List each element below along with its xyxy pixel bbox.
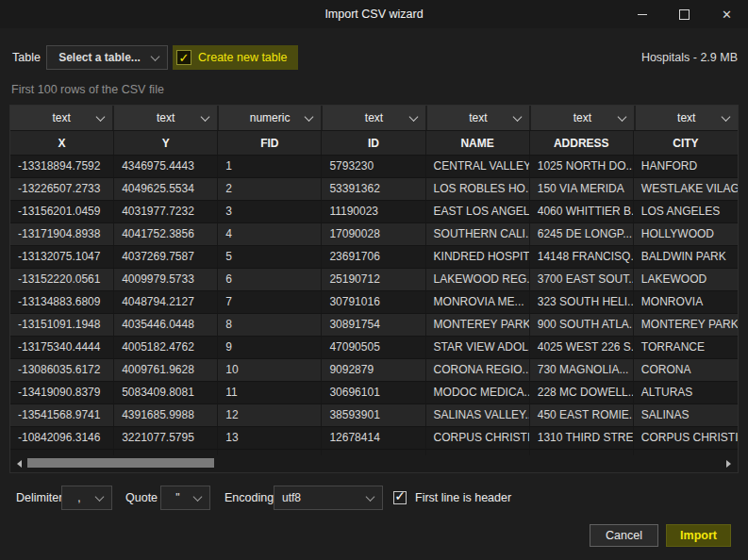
preview-caption: First 100 rows of the CSV file [11, 83, 164, 96]
create-new-table-option[interactable]: ✓ Create new table [173, 45, 298, 70]
column-type-select[interactable]: text [531, 106, 633, 130]
table-cell: 4037269.7587 [114, 246, 218, 269]
minimize-button[interactable] [621, 0, 663, 28]
table-cell: 4391685.9988 [114, 404, 218, 427]
chevron-down-icon [193, 492, 203, 502]
table-cell: 9092879 [322, 359, 425, 382]
chevron-down-icon [151, 52, 160, 61]
delimiter-label: Delimiter [16, 486, 62, 510]
window-controls: ✕ [621, 0, 748, 28]
table-cell: -13151091.1948 [10, 314, 114, 337]
minimize-icon [638, 14, 647, 15]
column-type-select[interactable]: text [636, 106, 738, 130]
table-cell: LOS ROBLES HO... [426, 178, 530, 201]
table-cell: 5793230 [322, 156, 425, 178]
table-row: -13134883.68094048794.2127730791016MONRO… [10, 291, 738, 314]
table-row: -13086035.61724009761.9628109092879CORON… [10, 359, 738, 382]
horizontal-scrollbar[interactable] [12, 458, 736, 469]
column-header-row: XYFIDIDNAMEADDRESSCITY [10, 130, 738, 156]
file-info: Hospitals - 2.9 MB [641, 45, 738, 70]
column-header: NAME [426, 131, 530, 155]
column-header: ADDRESS [530, 131, 634, 155]
column-type-select[interactable]: text [10, 106, 112, 130]
column-header: X [10, 131, 114, 155]
table-row: -13171904.89384041752.3856417090028SOUTH… [10, 223, 738, 246]
table-cell: BALDWIN PARK [634, 246, 738, 269]
import-csv-wizard-window: Import CSV wizard ✕ Table Select a table… [0, 0, 748, 560]
csv-options-bar: Delimiter , Quote " Encoding utf8 ✓ Firs… [0, 486, 748, 510]
column-type-select[interactable]: text [323, 106, 424, 130]
close-button[interactable]: ✕ [706, 0, 748, 28]
cancel-button[interactable]: Cancel [590, 524, 658, 547]
table-cell: 450 EAST ROMIE... [530, 404, 634, 427]
table-cell: SALINAS [634, 404, 738, 427]
table-cell [10, 450, 114, 455]
column-type-select[interactable]: text [427, 106, 529, 130]
table-cell: -13226507.2733 [10, 178, 114, 201]
table-cell: 30891754 [322, 314, 425, 337]
chevron-down-icon [95, 492, 105, 502]
table-label: Table [12, 45, 41, 70]
table-cell: 1025 NORTH DO... [530, 156, 634, 178]
column-header: Y [114, 131, 218, 155]
create-new-table-checkbox[interactable]: ✓ [176, 50, 191, 65]
table-cell: 730 MAGNOLIA... [530, 359, 634, 382]
table-row: -13175340.44444005182.4762947090505STAR … [10, 337, 738, 359]
table-cell: CORPUS CHRISTI... [426, 427, 530, 450]
table-cell: 47090505 [322, 337, 425, 359]
scroll-right-icon[interactable] [726, 460, 731, 468]
table-cell: 4048794.2127 [114, 291, 218, 314]
table-row: -13132075.10474037269.7587523691706KINDR… [10, 246, 738, 269]
first-line-header-checkbox[interactable]: ✓ [393, 491, 407, 504]
quote-select[interactable]: " [160, 486, 210, 510]
table-cell: TORRANCE [634, 337, 738, 359]
table-cell: LOS ANGELES [634, 201, 738, 223]
table-cell: 30696101 [322, 382, 425, 404]
table-cell: -13134883.6809 [10, 291, 114, 314]
table-cell: 4025 WEST 226 S... [530, 337, 634, 359]
table-cell: 4005182.4762 [114, 337, 218, 359]
table-cell: -13156201.0459 [10, 201, 114, 223]
table-cell: LAKEWOOD REG... [426, 269, 530, 291]
encoding-select[interactable]: utf8 [274, 486, 383, 510]
first-line-header-label: First line is header [415, 486, 511, 510]
table-cell: 8 [218, 314, 322, 337]
delimiter-value: , [62, 486, 96, 509]
table-cell [218, 450, 322, 455]
maximize-icon [679, 9, 690, 20]
column-type-row: texttextnumerictexttexttexttext [10, 106, 738, 130]
table-cell: MODOC MEDICA... [426, 382, 530, 404]
table-cell: 9 [218, 337, 322, 359]
table-cell: 13 [218, 427, 322, 450]
import-button[interactable]: Import [666, 524, 731, 547]
table-cell: 2 [218, 178, 322, 201]
table-select[interactable]: Select a table... [46, 45, 168, 70]
scrollbar-thumb[interactable] [27, 458, 214, 468]
table-cell: 4346975.4443 [114, 156, 218, 178]
close-icon: ✕ [722, 8, 732, 21]
table-cell: EAST LOS ANGEL... [426, 201, 530, 223]
column-header: CITY [634, 131, 738, 155]
table-row: -13151091.19484035446.0448830891754MONTE… [10, 314, 738, 337]
table-cell: 6 [218, 269, 322, 291]
table-cell: CORONA REGIO... [426, 359, 530, 382]
table-cell: 53391362 [322, 178, 425, 201]
table-cell: HOLLYWOOD [634, 223, 738, 246]
column-type-select[interactable]: numeric [219, 106, 321, 130]
table-cell: WESTLAKE VILAGE [634, 178, 738, 201]
table-select-value: Select a table... [47, 46, 152, 69]
table-cell: KINDRED HOSPIT... [426, 246, 530, 269]
table-cell [426, 450, 530, 455]
table-cell: LAKEWOOD [634, 269, 738, 291]
maximize-button[interactable] [663, 0, 706, 28]
scroll-left-icon[interactable] [17, 460, 22, 468]
table-cell: 11190023 [322, 201, 425, 223]
column-header: ID [322, 131, 425, 155]
table-cell: 228 MC DOWELL... [530, 382, 634, 404]
column-type-select[interactable]: text [114, 106, 216, 130]
delimiter-select[interactable]: , [61, 486, 112, 510]
table-cell: 23691706 [322, 246, 425, 269]
table-cell: 25190712 [322, 269, 425, 291]
table-cell: -13419090.8379 [10, 382, 114, 404]
table-cell: 11 [218, 382, 322, 404]
